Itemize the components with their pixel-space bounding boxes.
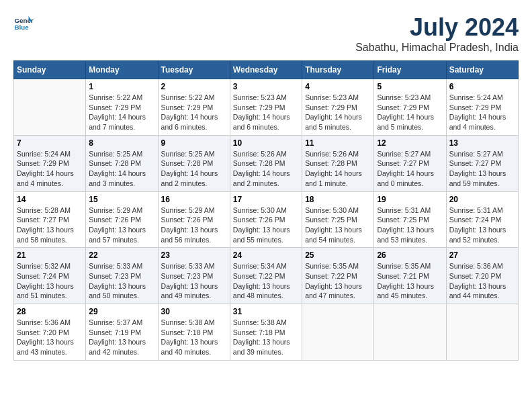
- day-info: Sunrise: 5:38 AM Sunset: 7:18 PM Dayligh…: [161, 318, 227, 357]
- table-row: [14, 79, 86, 136]
- day-info: Sunrise: 5:32 AM Sunset: 7:24 PM Dayligh…: [17, 261, 83, 301]
- day-number: 6: [449, 82, 515, 91]
- table-row: 20Sunrise: 5:31 AM Sunset: 7:24 PM Dayli…: [446, 191, 518, 248]
- day-number: 2: [161, 82, 227, 91]
- day-info: Sunrise: 5:23 AM Sunset: 7:29 PM Dayligh…: [233, 93, 299, 132]
- header: General Blue July 2024 Sabathu, Himachal…: [13, 13, 519, 54]
- weekday-header-row: Sunday Monday Tuesday Wednesday Thursday…: [14, 61, 519, 79]
- table-row: 8Sunrise: 5:25 AM Sunset: 7:28 PM Daylig…: [86, 135, 158, 191]
- table-row: 19Sunrise: 5:31 AM Sunset: 7:25 PM Dayli…: [374, 191, 446, 248]
- table-row: 12Sunrise: 5:27 AM Sunset: 7:27 PM Dayli…: [374, 135, 446, 191]
- day-info: Sunrise: 5:26 AM Sunset: 7:28 PM Dayligh…: [305, 149, 371, 189]
- day-info: Sunrise: 5:33 AM Sunset: 7:23 PM Dayligh…: [161, 261, 227, 301]
- table-row: 6Sunrise: 5:24 AM Sunset: 7:29 PM Daylig…: [446, 79, 518, 136]
- day-number: 29: [89, 307, 154, 316]
- table-row: 31Sunrise: 5:38 AM Sunset: 7:18 PM Dayli…: [230, 304, 302, 361]
- table-row: 22Sunrise: 5:33 AM Sunset: 7:23 PM Dayli…: [86, 248, 158, 304]
- day-number: 12: [377, 138, 443, 148]
- table-row: 29Sunrise: 5:37 AM Sunset: 7:19 PM Dayli…: [86, 304, 158, 361]
- day-number: 13: [449, 138, 515, 148]
- table-row: [302, 304, 374, 361]
- table-row: 21Sunrise: 5:32 AM Sunset: 7:24 PM Dayli…: [14, 248, 86, 304]
- table-row: 13Sunrise: 5:27 AM Sunset: 7:27 PM Dayli…: [446, 135, 518, 191]
- day-info: Sunrise: 5:33 AM Sunset: 7:23 PM Dayligh…: [89, 261, 154, 301]
- logo-icon: General Blue: [13, 13, 34, 34]
- day-number: 28: [17, 307, 83, 316]
- day-info: Sunrise: 5:25 AM Sunset: 7:28 PM Dayligh…: [161, 149, 227, 189]
- day-info: Sunrise: 5:27 AM Sunset: 7:27 PM Dayligh…: [449, 149, 515, 189]
- calendar-table: Sunday Monday Tuesday Wednesday Thursday…: [13, 60, 519, 361]
- table-row: 9Sunrise: 5:25 AM Sunset: 7:28 PM Daylig…: [158, 135, 230, 191]
- table-row: 26Sunrise: 5:35 AM Sunset: 7:21 PM Dayli…: [374, 248, 446, 304]
- calendar-week-row: 14Sunrise: 5:28 AM Sunset: 7:27 PM Dayli…: [14, 191, 519, 248]
- day-number: 3: [233, 82, 299, 91]
- logo: General Blue: [13, 13, 34, 34]
- header-thursday: Thursday: [302, 61, 374, 79]
- day-number: 18: [305, 195, 371, 204]
- table-row: 30Sunrise: 5:38 AM Sunset: 7:18 PM Dayli…: [158, 304, 230, 361]
- day-info: Sunrise: 5:24 AM Sunset: 7:29 PM Dayligh…: [449, 93, 515, 132]
- header-wednesday: Wednesday: [230, 61, 302, 79]
- day-info: Sunrise: 5:23 AM Sunset: 7:29 PM Dayligh…: [305, 93, 371, 132]
- table-row: 15Sunrise: 5:29 AM Sunset: 7:26 PM Dayli…: [86, 191, 158, 248]
- table-row: 3Sunrise: 5:23 AM Sunset: 7:29 PM Daylig…: [230, 79, 302, 136]
- day-number: 20: [449, 195, 515, 204]
- day-number: 17: [233, 195, 299, 204]
- table-row: 1Sunrise: 5:22 AM Sunset: 7:29 PM Daylig…: [86, 79, 158, 136]
- day-info: Sunrise: 5:36 AM Sunset: 7:20 PM Dayligh…: [17, 318, 83, 357]
- header-sunday: Sunday: [14, 61, 86, 79]
- month-title: July 2024: [355, 13, 519, 42]
- calendar-week-row: 21Sunrise: 5:32 AM Sunset: 7:24 PM Dayli…: [14, 248, 519, 304]
- day-info: Sunrise: 5:23 AM Sunset: 7:29 PM Dayligh…: [377, 93, 443, 132]
- table-row: 7Sunrise: 5:24 AM Sunset: 7:29 PM Daylig…: [14, 135, 86, 191]
- table-row: 4Sunrise: 5:23 AM Sunset: 7:29 PM Daylig…: [302, 79, 374, 136]
- day-info: Sunrise: 5:29 AM Sunset: 7:26 PM Dayligh…: [89, 205, 154, 245]
- day-info: Sunrise: 5:24 AM Sunset: 7:29 PM Dayligh…: [17, 149, 83, 189]
- day-number: 15: [89, 195, 154, 204]
- day-number: 1: [89, 82, 154, 91]
- table-row: 25Sunrise: 5:35 AM Sunset: 7:22 PM Dayli…: [302, 248, 374, 304]
- calendar-week-row: 28Sunrise: 5:36 AM Sunset: 7:20 PM Dayli…: [14, 304, 519, 361]
- title-area: July 2024 Sabathu, Himachal Pradesh, Ind…: [355, 13, 519, 54]
- table-row: 28Sunrise: 5:36 AM Sunset: 7:20 PM Dayli…: [14, 304, 86, 361]
- calendar-week-row: 1Sunrise: 5:22 AM Sunset: 7:29 PM Daylig…: [14, 79, 519, 136]
- day-info: Sunrise: 5:30 AM Sunset: 7:26 PM Dayligh…: [233, 205, 299, 245]
- day-number: 27: [449, 250, 515, 260]
- day-number: 22: [89, 250, 154, 260]
- day-info: Sunrise: 5:28 AM Sunset: 7:27 PM Dayligh…: [17, 205, 83, 245]
- day-info: Sunrise: 5:26 AM Sunset: 7:28 PM Dayligh…: [233, 149, 299, 189]
- day-info: Sunrise: 5:22 AM Sunset: 7:29 PM Dayligh…: [89, 93, 154, 132]
- day-info: Sunrise: 5:25 AM Sunset: 7:28 PM Dayligh…: [89, 149, 154, 189]
- table-row: 5Sunrise: 5:23 AM Sunset: 7:29 PM Daylig…: [374, 79, 446, 136]
- day-info: Sunrise: 5:35 AM Sunset: 7:21 PM Dayligh…: [377, 261, 443, 301]
- header-monday: Monday: [86, 61, 158, 79]
- day-info: Sunrise: 5:36 AM Sunset: 7:20 PM Dayligh…: [449, 261, 515, 301]
- table-row: 2Sunrise: 5:22 AM Sunset: 7:29 PM Daylig…: [158, 79, 230, 136]
- day-number: 23: [161, 250, 227, 260]
- table-row: 27Sunrise: 5:36 AM Sunset: 7:20 PM Dayli…: [446, 248, 518, 304]
- day-info: Sunrise: 5:22 AM Sunset: 7:29 PM Dayligh…: [161, 93, 227, 132]
- day-info: Sunrise: 5:27 AM Sunset: 7:27 PM Dayligh…: [377, 149, 443, 189]
- header-friday: Friday: [374, 61, 446, 79]
- day-number: 11: [305, 138, 371, 148]
- day-info: Sunrise: 5:34 AM Sunset: 7:22 PM Dayligh…: [233, 261, 299, 301]
- day-info: Sunrise: 5:35 AM Sunset: 7:22 PM Dayligh…: [305, 261, 371, 301]
- day-info: Sunrise: 5:37 AM Sunset: 7:19 PM Dayligh…: [89, 318, 154, 357]
- header-saturday: Saturday: [446, 61, 518, 79]
- header-tuesday: Tuesday: [158, 61, 230, 79]
- day-number: 9: [161, 138, 227, 148]
- table-row: 16Sunrise: 5:29 AM Sunset: 7:26 PM Dayli…: [158, 191, 230, 248]
- day-number: 25: [305, 250, 371, 260]
- day-number: 5: [377, 82, 443, 91]
- day-info: Sunrise: 5:31 AM Sunset: 7:24 PM Dayligh…: [449, 205, 515, 245]
- day-number: 26: [377, 250, 443, 260]
- day-number: 16: [161, 195, 227, 204]
- day-number: 19: [377, 195, 443, 204]
- table-row: 17Sunrise: 5:30 AM Sunset: 7:26 PM Dayli…: [230, 191, 302, 248]
- day-number: 8: [89, 138, 154, 148]
- svg-text:Blue: Blue: [15, 24, 30, 31]
- table-row: 14Sunrise: 5:28 AM Sunset: 7:27 PM Dayli…: [14, 191, 86, 248]
- table-row: 10Sunrise: 5:26 AM Sunset: 7:28 PM Dayli…: [230, 135, 302, 191]
- day-number: 30: [161, 307, 227, 316]
- table-row: [374, 304, 446, 361]
